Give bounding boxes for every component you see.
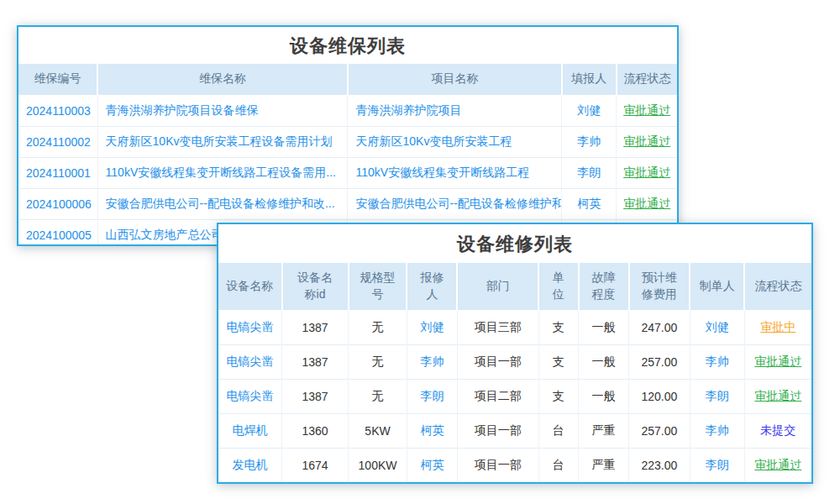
cell-estimated-cost: 223.00 xyxy=(629,448,690,482)
column-header-label: 维保名称 xyxy=(199,71,246,85)
cell-device-name[interactable]: 电镐尖凿 xyxy=(218,379,282,413)
column-header: 设备名称id xyxy=(282,262,349,310)
cell-device-name[interactable]: 发电机 xyxy=(218,448,282,482)
cell-department: 项目二部 xyxy=(457,379,538,413)
cell-fault-severity-text: 一般 xyxy=(592,389,616,402)
cell-department: 项目一部 xyxy=(457,448,538,482)
cell-device-id: 1387 xyxy=(282,379,349,413)
cell-estimated-cost-text: 223.00 xyxy=(641,459,677,472)
cell-creator[interactable]: 李朗 xyxy=(690,379,744,413)
cell-flow-status[interactable]: 审批通过 xyxy=(617,126,677,157)
column-header: 设备名称 xyxy=(218,262,282,310)
cell-flow-status-text: 审批通过 xyxy=(754,458,801,471)
column-header-label: 单位 xyxy=(551,270,566,302)
cell-project-name[interactable]: 安徽合肥供电公司--配电设备检修维护和改造 xyxy=(348,188,562,219)
cell-reporter[interactable]: 柯英 xyxy=(562,188,617,219)
cell-repair-reporter[interactable]: 柯英 xyxy=(407,413,457,448)
cell-department: 项目一部 xyxy=(457,413,538,448)
cell-estimated-cost-text: 257.00 xyxy=(641,424,677,438)
column-header-label: 部门 xyxy=(486,279,510,292)
maintenance-header-row: 维保编号维保名称项目名称填报人流程状态 xyxy=(18,63,677,95)
column-header-label: 维保编号 xyxy=(34,71,81,85)
cell-unit-text: 台 xyxy=(553,458,564,471)
cell-unit: 支 xyxy=(538,310,578,344)
cell-project-name-text: 青海洪湖养护院项目 xyxy=(355,103,461,117)
column-header-label: 流程状态 xyxy=(623,71,670,85)
cell-department: 项目三部 xyxy=(457,310,538,344)
cell-device-id-text: 1360 xyxy=(302,424,328,438)
cell-unit-text: 支 xyxy=(553,354,564,368)
cell-creator-text: 李朗 xyxy=(706,458,729,471)
cell-maintenance-name[interactable]: 安徽合肥供电公司--配电设备检修维护和改... xyxy=(97,188,348,219)
cell-maintenance-no[interactable]: 2024110003 xyxy=(18,95,97,126)
cell-flow-status[interactable]: 审批通过 xyxy=(744,448,811,482)
cell-project-name[interactable]: 天府新区10Kv变电所安装工程 xyxy=(348,126,562,157)
cell-repair-reporter[interactable]: 李朗 xyxy=(407,379,457,413)
cell-spec-model-text: 5KW xyxy=(365,424,390,438)
cell-estimated-cost: 247.00 xyxy=(629,310,690,344)
cell-flow-status[interactable]: 审批通过 xyxy=(744,379,811,413)
cell-unit: 支 xyxy=(538,344,578,379)
table-row: 电焊机13605KW柯英项目一部台严重257.00李帅未提交 xyxy=(218,413,811,448)
cell-flow-status[interactable]: 审批通过 xyxy=(617,95,677,126)
cell-creator[interactable]: 李帅 xyxy=(690,344,744,379)
cell-reporter-text: 刘健 xyxy=(577,103,601,117)
cell-fault-severity: 一般 xyxy=(579,344,629,379)
cell-estimated-cost-text: 120.00 xyxy=(641,390,677,403)
cell-project-name[interactable]: 青海洪湖养护院项目 xyxy=(348,95,562,126)
cell-flow-status[interactable]: 审批中 xyxy=(744,310,811,344)
maintenance-list-title: 设备维保列表 xyxy=(18,27,677,62)
cell-creator[interactable]: 李帅 xyxy=(690,413,744,448)
cell-device-name[interactable]: 电镐尖凿 xyxy=(218,344,282,379)
column-header-label: 报修人 xyxy=(418,270,445,302)
cell-flow-status[interactable]: 未提交 xyxy=(744,413,811,448)
cell-creator[interactable]: 李朗 xyxy=(690,448,744,482)
cell-flow-status[interactable]: 审批通过 xyxy=(617,188,677,219)
cell-department-text: 项目二部 xyxy=(475,389,522,402)
cell-device-id: 1387 xyxy=(282,310,349,344)
table-row: 2024100006安徽合肥供电公司--配电设备检修维护和改...安徽合肥供电公… xyxy=(18,188,677,219)
cell-maintenance-no[interactable]: 2024100005 xyxy=(18,219,97,246)
cell-maintenance-no[interactable]: 2024100006 xyxy=(18,188,97,219)
cell-maintenance-no[interactable]: 2024110002 xyxy=(18,126,97,157)
column-header-label: 填报人 xyxy=(571,71,606,85)
table-row: 电镐尖凿1387无李帅项目一部支一般257.00李帅审批通过 xyxy=(218,344,811,379)
table-row: 2024110001110kV安徽线程集变开断线路工程设备需用...110kV安… xyxy=(18,157,677,188)
cell-device-id-text: 1674 xyxy=(302,459,328,472)
cell-maintenance-name[interactable]: 110kV安徽线程集变开断线路工程设备需用... xyxy=(97,157,348,188)
cell-device-id-text: 1387 xyxy=(302,321,328,334)
cell-device-id: 1387 xyxy=(282,344,349,379)
cell-flow-status-text: 审批通过 xyxy=(623,165,670,179)
cell-device-name[interactable]: 电焊机 xyxy=(218,413,282,448)
cell-flow-status[interactable]: 审批通过 xyxy=(744,344,811,379)
cell-maintenance-name-text: 天府新区10Kv变电所安装工程设备需用计划 xyxy=(106,134,333,148)
cell-device-id: 1360 xyxy=(282,413,349,448)
cell-repair-reporter-text: 李朗 xyxy=(420,389,444,402)
cell-reporter[interactable]: 李朗 xyxy=(562,157,617,188)
cell-fault-severity: 严重 xyxy=(579,448,629,482)
cell-reporter[interactable]: 刘健 xyxy=(562,95,617,126)
cell-maintenance-name[interactable]: 天府新区10Kv变电所安装工程设备需用计划 xyxy=(97,126,348,157)
cell-project-name[interactable]: 110kV安徽线程集变开断线路工程 xyxy=(348,157,562,188)
cell-spec-model-text: 100KW xyxy=(359,459,397,472)
cell-device-name-text: 发电机 xyxy=(233,458,268,471)
table-row: 2024110003青海洪湖养护院项目设备维保青海洪湖养护院项目刘健审批通过 xyxy=(18,95,677,126)
cell-department-text: 项目一部 xyxy=(475,458,522,471)
cell-spec-model-text: 无 xyxy=(372,354,384,368)
cell-repair-reporter[interactable]: 刘健 xyxy=(407,310,457,344)
cell-unit: 支 xyxy=(538,379,578,413)
cell-project-name-text: 天府新区10Kv变电所安装工程 xyxy=(355,134,512,148)
cell-flow-status[interactable]: 审批通过 xyxy=(617,157,677,188)
cell-device-name[interactable]: 电镐尖凿 xyxy=(218,310,282,344)
cell-repair-reporter[interactable]: 柯英 xyxy=(407,448,457,482)
cell-maintenance-name-text: 山西弘文房地产总公司电 xyxy=(106,228,235,241)
cell-repair-reporter[interactable]: 李帅 xyxy=(407,344,457,379)
cell-flow-status-text: 审批通过 xyxy=(623,103,670,117)
cell-maintenance-name[interactable]: 青海洪湖养护院项目设备维保 xyxy=(97,95,348,126)
cell-creator-text: 李帅 xyxy=(706,423,729,437)
repair-list-card: 设备维修列表 设备名称设备名称id规格型号报修人部门单位故障程度预计维修费用制单… xyxy=(217,223,813,484)
column-header-label: 制单人 xyxy=(700,279,735,292)
cell-reporter[interactable]: 李帅 xyxy=(562,126,617,157)
cell-maintenance-no[interactable]: 2024110001 xyxy=(18,157,97,188)
cell-creator[interactable]: 刘健 xyxy=(690,310,744,344)
